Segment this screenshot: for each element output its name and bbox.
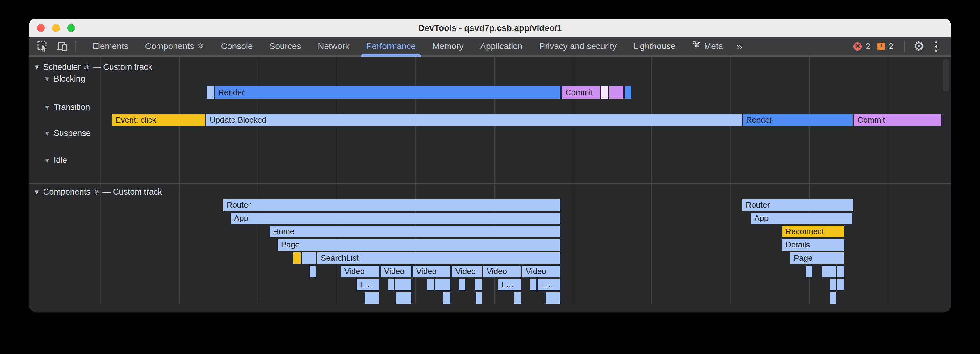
lane-blocking[interactable]: ▼Blocking bbox=[44, 73, 85, 85]
tab-application[interactable]: Application bbox=[472, 37, 531, 55]
track-header-scheduler[interactable]: ▼Scheduler ⚛ — Custom track bbox=[33, 61, 152, 73]
flame-bar-video[interactable]: Video bbox=[522, 265, 561, 277]
flame-bar[interactable] bbox=[530, 279, 537, 291]
flame-bar[interactable] bbox=[388, 279, 394, 291]
more-tabs-button[interactable]: » bbox=[732, 40, 747, 53]
flame-bar-l-[interactable]: L… bbox=[356, 279, 379, 291]
collapse-triangle-icon[interactable]: ▼ bbox=[44, 73, 51, 85]
flame-bar-reconnect[interactable]: Reconnect bbox=[782, 225, 845, 238]
tab-privacy-and-security[interactable]: Privacy and security bbox=[531, 37, 625, 55]
flame-bar[interactable] bbox=[302, 252, 317, 264]
flame-bar[interactable] bbox=[395, 279, 412, 291]
flame-bar[interactable] bbox=[309, 265, 316, 277]
flame-bar-searchlist[interactable]: SearchList bbox=[317, 252, 561, 264]
tab-label: Network bbox=[318, 37, 350, 55]
flame-bar-update-blocked[interactable]: Update Blocked bbox=[206, 114, 742, 126]
performance-flamechart-canvas[interactable]: ▼Scheduler ⚛ — Custom track▼Components ⚛… bbox=[29, 57, 951, 304]
flame-bar-commit[interactable]: Commit bbox=[562, 86, 601, 99]
collapse-triangle-icon[interactable]: ▼ bbox=[44, 155, 51, 167]
flame-bar[interactable] bbox=[624, 86, 632, 99]
flame-bar-details[interactable]: Details bbox=[782, 239, 845, 251]
flame-bar[interactable] bbox=[822, 265, 836, 277]
track-subtitle: — Custom track bbox=[102, 187, 162, 196]
warning-icon[interactable]: ! bbox=[877, 43, 885, 50]
inspect-element-icon[interactable] bbox=[37, 41, 48, 52]
flame-bar[interactable] bbox=[830, 292, 837, 304]
flame-bar[interactable] bbox=[514, 292, 521, 304]
flame-bar[interactable] bbox=[435, 279, 451, 291]
flame-bar-render[interactable]: Render bbox=[215, 86, 561, 99]
lane-label-text: Suspense bbox=[54, 129, 91, 138]
time-gridline bbox=[100, 57, 101, 304]
lane-transition[interactable]: ▼Transition bbox=[44, 101, 90, 113]
tab-network[interactable]: Network bbox=[309, 37, 358, 55]
flame-bar[interactable] bbox=[474, 279, 482, 291]
kebab-menu-icon[interactable] bbox=[935, 41, 937, 52]
tab-label: Lighthouse bbox=[633, 37, 676, 55]
flame-bar[interactable] bbox=[830, 279, 836, 291]
collapse-triangle-icon[interactable]: ▼ bbox=[44, 101, 51, 114]
flame-bar[interactable] bbox=[443, 292, 451, 304]
flame-bar[interactable] bbox=[427, 279, 434, 291]
tab-console[interactable]: Console bbox=[213, 37, 261, 55]
react-atom-icon: ⚛ bbox=[83, 62, 90, 72]
flame-bar-l-[interactable]: L… bbox=[537, 279, 561, 291]
flame-bar-home[interactable]: Home bbox=[269, 225, 561, 238]
flame-bar-l-[interactable]: L… bbox=[498, 279, 522, 291]
device-toolbar-icon[interactable] bbox=[56, 41, 67, 52]
lane-idle[interactable]: ▼Idle bbox=[44, 154, 67, 166]
flame-bar-render[interactable]: Render bbox=[742, 114, 853, 126]
settings-gear-icon[interactable]: ⚙ bbox=[913, 40, 925, 53]
flame-bar[interactable] bbox=[601, 86, 608, 99]
flame-bar[interactable] bbox=[293, 252, 301, 264]
tab-elements[interactable]: Elements bbox=[84, 37, 137, 55]
flame-bar-router[interactable]: Router bbox=[223, 199, 561, 211]
flame-bar-page[interactable]: Page bbox=[277, 239, 561, 251]
flame-bar-video[interactable]: Video bbox=[412, 265, 451, 277]
flame-bar[interactable] bbox=[395, 292, 412, 304]
collapse-triangle-icon[interactable]: ▼ bbox=[33, 61, 40, 73]
flame-bar-event-click[interactable]: Event: click bbox=[112, 114, 205, 126]
flame-bar[interactable] bbox=[837, 279, 844, 291]
flame-bar-app[interactable]: App bbox=[230, 212, 561, 224]
tab-components[interactable]: Components⚛ bbox=[137, 37, 213, 55]
flame-bar[interactable] bbox=[364, 292, 379, 304]
time-gridline bbox=[179, 57, 180, 304]
flame-bar-video[interactable]: Video bbox=[483, 265, 521, 277]
flame-bar[interactable] bbox=[805, 265, 813, 277]
flame-bar-commit[interactable]: Commit bbox=[854, 114, 942, 126]
flame-bar[interactable] bbox=[206, 86, 214, 99]
time-gridline bbox=[888, 57, 888, 304]
collapse-triangle-icon[interactable]: ▼ bbox=[44, 127, 51, 140]
tab-performance[interactable]: Performance bbox=[358, 37, 424, 55]
lane-suspense[interactable]: ▼Suspense bbox=[44, 127, 91, 139]
track-separator bbox=[29, 183, 951, 184]
flame-bar-video[interactable]: Video bbox=[340, 265, 379, 277]
tab-lighthouse[interactable]: Lighthouse bbox=[625, 37, 684, 55]
flame-bar-video[interactable]: Video bbox=[380, 265, 412, 277]
lane-label-text: Transition bbox=[54, 102, 90, 112]
flame-bar[interactable] bbox=[545, 292, 561, 304]
flame-bar[interactable] bbox=[476, 292, 482, 304]
tab-memory[interactable]: Memory bbox=[424, 37, 472, 55]
flame-bar-router[interactable]: Router bbox=[742, 199, 853, 211]
collapse-triangle-icon[interactable]: ▼ bbox=[33, 186, 40, 198]
tab-label: Meta bbox=[704, 37, 723, 55]
vertical-scrollbar-thumb[interactable] bbox=[943, 59, 949, 91]
track-title: Components bbox=[43, 187, 91, 196]
track-title: Scheduler bbox=[43, 62, 81, 72]
react-atom-icon: ⚛ bbox=[197, 37, 204, 55]
flame-bar[interactable] bbox=[837, 265, 844, 277]
tab-sources[interactable]: Sources bbox=[261, 37, 310, 55]
time-gridline bbox=[651, 57, 652, 304]
error-icon[interactable]: ✕ bbox=[853, 42, 862, 51]
flame-bar-app[interactable]: App bbox=[751, 212, 853, 224]
flame-bar[interactable] bbox=[609, 86, 624, 99]
tab-label: Application bbox=[480, 37, 522, 55]
flame-bar-page[interactable]: Page bbox=[790, 252, 844, 264]
tab-meta[interactable]: Meta bbox=[684, 37, 732, 55]
track-header-components[interactable]: ▼Components ⚛ — Custom track bbox=[33, 186, 162, 198]
flame-bar[interactable] bbox=[458, 279, 466, 291]
warning-count: 2 bbox=[889, 41, 894, 51]
flame-bar-video[interactable]: Video bbox=[452, 265, 482, 277]
